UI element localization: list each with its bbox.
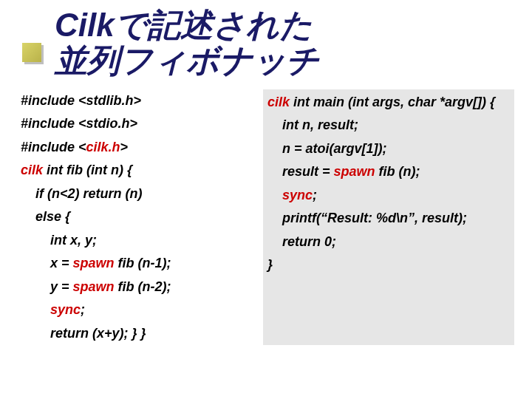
slide-title: Cilkで記述された 並列フィボナッチ — [30, 7, 532, 79]
code-line: cilk int main (int args, char *argv[]) { — [267, 91, 510, 115]
keyword-cilk-header: cilk.h — [86, 140, 120, 154]
code-line: return (x+y); } } — [21, 322, 250, 346]
code-right-column: cilk int main (int args, char *argv[]) {… — [263, 89, 514, 346]
code-line: n = atoi(argv[1]); — [267, 137, 510, 161]
code-line: x = spawn fib (n-1); — [21, 252, 250, 276]
code-line: sync; — [267, 184, 510, 208]
slide: Cilkで記述された 並列フィボナッチ #include <stdlib.h> … — [0, 0, 532, 399]
code-line: #include <stdio.h> — [21, 112, 250, 136]
code-line: #include <stdlib.h> — [21, 89, 250, 113]
keyword-sync: sync — [282, 188, 313, 202]
code-line: y = spawn fib (n-2); — [21, 276, 250, 299]
keyword-cilk: cilk — [267, 95, 290, 109]
code-left-column: #include <stdlib.h> #include <stdio.h> #… — [21, 89, 250, 346]
code-line: int n, result; — [267, 114, 510, 137]
code-line: return 0; — [267, 231, 510, 254]
keyword-spawn: spawn — [334, 164, 375, 179]
keyword-spawn: spawn — [73, 256, 115, 270]
code-line: result = spawn fib (n); — [267, 160, 510, 184]
title-block: Cilkで記述された 並列フィボナッチ — [0, 0, 532, 83]
code-line: sync; — [21, 299, 250, 322]
code-line: printf(“Result: %d\n”, result); — [267, 207, 510, 231]
code-line: } — [267, 253, 510, 277]
code-line: if (n<2) return (n) — [21, 183, 250, 206]
code-columns: #include <stdlib.h> #include <stdio.h> #… — [0, 83, 532, 346]
code-line: int x, y; — [21, 229, 250, 253]
code-line: cilk int fib (int n) { — [21, 159, 250, 183]
title-line-2: 並列フィボナッチ — [55, 42, 319, 78]
keyword-spawn: spawn — [73, 279, 115, 294]
keyword-cilk: cilk — [21, 163, 43, 177]
title-bullet-icon — [22, 43, 41, 62]
code-line: else { — [21, 205, 250, 229]
code-line: #include <cilk.h> — [21, 136, 250, 160]
title-line-1: Cilkで記述された — [55, 7, 313, 43]
keyword-sync: sync — [50, 302, 81, 317]
